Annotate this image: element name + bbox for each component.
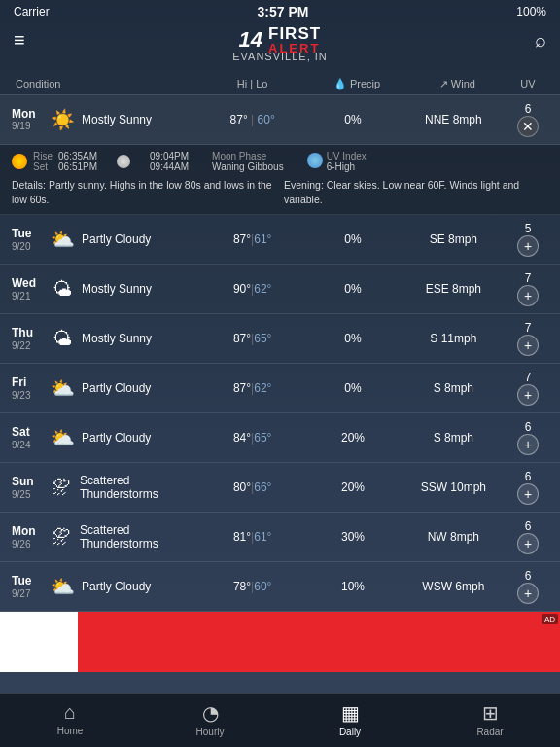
ad-white (0, 612, 78, 672)
weather-row-9-22[interactable]: Thu 9/22 🌤 Mostly Sunny 87°|65° 0% S 11m… (0, 314, 560, 364)
weather-row-9-24[interactable]: Sat 9/24 ⛅ Partly Cloudy 84°|65° 20% S 8… (0, 413, 560, 463)
search-button[interactable]: ⌕ (535, 29, 546, 52)
ad-badge: AD (542, 614, 558, 624)
day-cell: Thu 9/22 🌤 Mostly Sunny (8, 325, 202, 352)
details-text: Details: Partly sunny. Highs in the low … (12, 178, 548, 206)
temp-cell: 87°|62° (202, 381, 302, 395)
expand-button[interactable]: + (517, 533, 539, 554)
wind-cell: SE 8mph (403, 232, 504, 246)
precip-drop-icon: 💧 (326, 78, 347, 89)
bottom-nav: ⌂ Home ◔ Hourly ▦ Daily ⊞ Radar (0, 693, 560, 747)
hourly-icon: ◔ (202, 701, 219, 725)
precip-cell: 0% (302, 282, 402, 296)
expand-button[interactable]: + (517, 384, 539, 406)
weather-row-9-23[interactable]: Fri 9/23 ⛅ Partly Cloudy 87°|62° 0% S 8m… (0, 364, 560, 413)
condition-text: Mostly Sunny (82, 332, 152, 345)
wind-cell: S 8mph (403, 381, 504, 395)
precip-cell: 30% (302, 530, 402, 544)
temp-cell: 90°|62° (202, 282, 302, 296)
status-bar: Carrier 3:57 PM 100% (0, 0, 560, 21)
logo-number: 14 (239, 27, 262, 53)
nav-radar[interactable]: ⊞ Radar (420, 699, 560, 739)
expand-button[interactable]: + (517, 335, 539, 356)
weather-icon: ⛅ (49, 573, 76, 600)
uv-cell: 7 + (504, 321, 552, 356)
uv-icon (307, 153, 323, 168)
uv-cell: 7 + (504, 271, 552, 306)
logo-first: FIRST (268, 25, 321, 42)
weather-row-9-21[interactable]: Wed 9/21 🌤 Mostly Sunny 90°|62° 0% ESE 8… (0, 265, 560, 314)
precip-cell: 0% (302, 381, 402, 395)
weather-icon: ⛈ (49, 523, 74, 551)
location-label: EVANSVILLE, IN (232, 51, 328, 62)
condition-text: Mostly Sunny (82, 282, 152, 296)
weather-row-9-20[interactable]: Tue 9/20 ⛅ Partly Cloudy 87°|61° 0% SE 8… (0, 215, 560, 265)
weather-icon: ⛅ (49, 374, 76, 402)
uv-cell: 5 + (504, 222, 552, 257)
uv-cell: 6 + (504, 420, 552, 455)
wind-arrow-icon: ↗ (432, 78, 448, 89)
collapse-button-mon[interactable]: ✕ (517, 116, 539, 137)
nav-daily-label: Daily (339, 727, 361, 737)
temp-cell-mon: 87° | 60° (202, 113, 302, 126)
weather-icon: ⛈ (49, 474, 74, 501)
wind-cell-mon: NNE 8mph (403, 113, 504, 126)
daily-icon: ▦ (341, 701, 360, 725)
expand-button[interactable]: + (517, 235, 539, 257)
nav-hourly[interactable]: ◔ Hourly (140, 699, 280, 739)
uv-cell: 6 + (504, 470, 552, 505)
condition-text: Partly Cloudy (82, 232, 151, 246)
evening-detail: Evening: Clear skies. Low near 60F. Wind… (284, 178, 548, 206)
precip-cell: 20% (302, 480, 402, 494)
nav-home[interactable]: ⌂ Home (0, 699, 140, 739)
nav-home-label: Home (57, 726, 84, 736)
nav-radar-label: Radar (476, 727, 503, 737)
weather-icon: ⛅ (49, 226, 76, 253)
temp-cell: 84°|65° (202, 431, 302, 445)
temp-cell: 87°|65° (202, 332, 302, 345)
condition-mostly-sunny: Mostly Sunny (82, 113, 152, 126)
condition-text: Scattered Thunderstorms (80, 523, 202, 551)
carrier-text: Carrier (14, 5, 50, 18)
day-cell: Wed 9/21 🌤 Mostly Sunny (8, 275, 202, 302)
condition-text: Partly Cloudy (82, 381, 151, 395)
day-cell: Tue 9/27 ⛅ Partly Cloudy (8, 573, 202, 600)
menu-button[interactable]: ≡ (14, 29, 25, 52)
precip-cell: 20% (302, 431, 402, 445)
weather-icon: 🌤 (49, 325, 76, 352)
rise-set-row: Rise Set 06:35AM 06:51PM 09:04PM 09:44AM… (12, 151, 548, 172)
col-wind: ↗ Wind (403, 78, 504, 90)
expand-button[interactable]: + (517, 285, 539, 306)
ad-banner[interactable]: AD (0, 612, 560, 672)
day-cell-expanded: Mon 9/19 ☀️ Mostly Sunny (8, 106, 202, 133)
weather-row-9-27[interactable]: Tue 9/27 ⛅ Partly Cloudy 78°|60° 10% WSW… (0, 562, 560, 612)
expand-button[interactable]: + (517, 434, 539, 455)
wind-cell: S 8mph (403, 431, 504, 445)
wind-cell: NW 8mph (403, 530, 504, 544)
wind-cell: SSW 10mph (403, 480, 504, 494)
weather-row-9-26[interactable]: Mon 9/26 ⛈ Scattered Thunderstorms 81°|6… (0, 513, 560, 562)
home-icon: ⌂ (64, 701, 76, 724)
time-text: 3:57 PM (258, 4, 309, 19)
weather-icon: ⛅ (49, 424, 76, 451)
temp-cell: 80°|66° (202, 480, 302, 494)
day-cell: Sat 9/24 ⛅ Partly Cloudy (8, 424, 202, 451)
condition-text: Partly Cloudy (82, 580, 151, 593)
uv-cell: 6 + (504, 569, 552, 604)
uv-cell: 6 + (504, 519, 552, 554)
expand-button[interactable]: + (517, 583, 539, 604)
day-cell: Fri 9/23 ⛅ Partly Cloudy (8, 374, 202, 402)
wind-cell: S 11mph (403, 332, 504, 345)
weather-row-expanded[interactable]: Mon 9/19 ☀️ Mostly Sunny 87° | 60° 0% NN… (0, 95, 560, 145)
day-cell: Tue 9/20 ⛅ Partly Cloudy (8, 226, 202, 253)
battery-text: 100% (516, 5, 546, 18)
col-precip: 💧 Precip (302, 78, 402, 90)
weather-icon-sunny: ☀️ (49, 106, 76, 133)
nav-hourly-label: Hourly (196, 727, 225, 737)
expand-button[interactable]: + (517, 483, 539, 505)
precip-cell-mon: 0% (302, 113, 402, 126)
weather-row-9-25[interactable]: Sun 9/25 ⛈ Scattered Thunderstorms 80°|6… (0, 463, 560, 513)
nav-daily[interactable]: ▦ Daily (280, 699, 420, 739)
precip-cell: 0% (302, 232, 402, 246)
uv-cell: 7 + (504, 371, 552, 406)
